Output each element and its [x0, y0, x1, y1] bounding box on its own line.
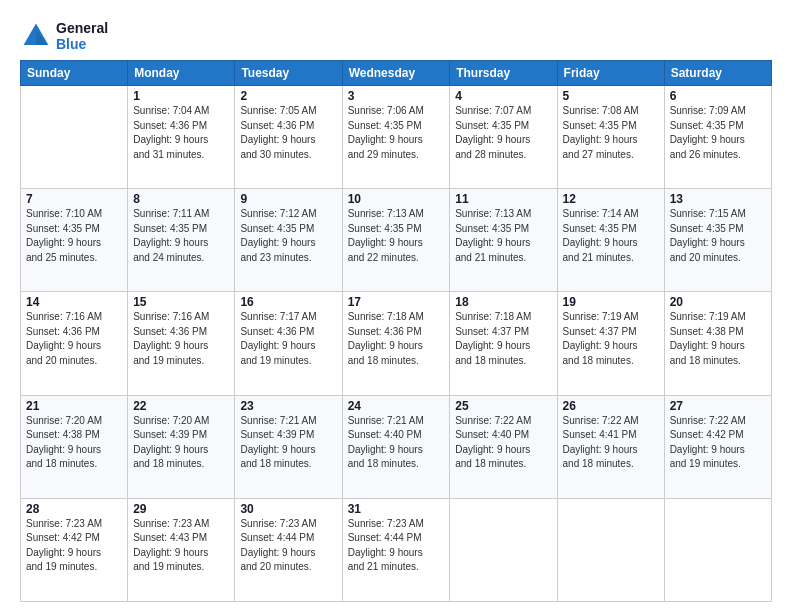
- calendar-cell: 18Sunrise: 7:18 AM Sunset: 4:37 PM Dayli…: [450, 292, 557, 395]
- day-info: Sunrise: 7:23 AM Sunset: 4:42 PM Dayligh…: [26, 517, 122, 575]
- logo-icon: [20, 20, 52, 52]
- day-number: 22: [133, 399, 229, 413]
- page: General Blue SundayMondayTuesdayWednesda…: [0, 0, 792, 612]
- calendar-cell: 7Sunrise: 7:10 AM Sunset: 4:35 PM Daylig…: [21, 189, 128, 292]
- day-info: Sunrise: 7:19 AM Sunset: 4:37 PM Dayligh…: [563, 310, 659, 368]
- day-info: Sunrise: 7:07 AM Sunset: 4:35 PM Dayligh…: [455, 104, 551, 162]
- day-number: 13: [670, 192, 766, 206]
- weekday-label: Tuesday: [235, 61, 342, 86]
- calendar-cell: 12Sunrise: 7:14 AM Sunset: 4:35 PM Dayli…: [557, 189, 664, 292]
- day-info: Sunrise: 7:14 AM Sunset: 4:35 PM Dayligh…: [563, 207, 659, 265]
- day-info: Sunrise: 7:20 AM Sunset: 4:38 PM Dayligh…: [26, 414, 122, 472]
- calendar-cell: 19Sunrise: 7:19 AM Sunset: 4:37 PM Dayli…: [557, 292, 664, 395]
- calendar-cell: [664, 498, 771, 601]
- calendar-cell: 24Sunrise: 7:21 AM Sunset: 4:40 PM Dayli…: [342, 395, 450, 498]
- day-info: Sunrise: 7:12 AM Sunset: 4:35 PM Dayligh…: [240, 207, 336, 265]
- day-info: Sunrise: 7:09 AM Sunset: 4:35 PM Dayligh…: [670, 104, 766, 162]
- calendar-header: SundayMondayTuesdayWednesdayThursdayFrid…: [21, 61, 772, 86]
- day-info: Sunrise: 7:16 AM Sunset: 4:36 PM Dayligh…: [26, 310, 122, 368]
- day-info: Sunrise: 7:22 AM Sunset: 4:42 PM Dayligh…: [670, 414, 766, 472]
- day-info: Sunrise: 7:05 AM Sunset: 4:36 PM Dayligh…: [240, 104, 336, 162]
- day-number: 19: [563, 295, 659, 309]
- calendar-cell: 11Sunrise: 7:13 AM Sunset: 4:35 PM Dayli…: [450, 189, 557, 292]
- day-number: 15: [133, 295, 229, 309]
- day-info: Sunrise: 7:19 AM Sunset: 4:38 PM Dayligh…: [670, 310, 766, 368]
- day-number: 21: [26, 399, 122, 413]
- weekday-label: Sunday: [21, 61, 128, 86]
- day-info: Sunrise: 7:20 AM Sunset: 4:39 PM Dayligh…: [133, 414, 229, 472]
- logo: General Blue: [20, 20, 108, 52]
- day-number: 17: [348, 295, 445, 309]
- day-number: 16: [240, 295, 336, 309]
- calendar-cell: [450, 498, 557, 601]
- calendar-cell: 17Sunrise: 7:18 AM Sunset: 4:36 PM Dayli…: [342, 292, 450, 395]
- calendar-cell: 29Sunrise: 7:23 AM Sunset: 4:43 PM Dayli…: [128, 498, 235, 601]
- day-number: 26: [563, 399, 659, 413]
- calendar-cell: 16Sunrise: 7:17 AM Sunset: 4:36 PM Dayli…: [235, 292, 342, 395]
- calendar-cell: 4Sunrise: 7:07 AM Sunset: 4:35 PM Daylig…: [450, 86, 557, 189]
- day-info: Sunrise: 7:16 AM Sunset: 4:36 PM Dayligh…: [133, 310, 229, 368]
- day-number: 6: [670, 89, 766, 103]
- day-info: Sunrise: 7:11 AM Sunset: 4:35 PM Dayligh…: [133, 207, 229, 265]
- day-number: 24: [348, 399, 445, 413]
- weekday-label: Thursday: [450, 61, 557, 86]
- day-number: 25: [455, 399, 551, 413]
- calendar-cell: 23Sunrise: 7:21 AM Sunset: 4:39 PM Dayli…: [235, 395, 342, 498]
- day-number: 18: [455, 295, 551, 309]
- day-info: Sunrise: 7:23 AM Sunset: 4:44 PM Dayligh…: [240, 517, 336, 575]
- day-number: 9: [240, 192, 336, 206]
- calendar-cell: 31Sunrise: 7:23 AM Sunset: 4:44 PM Dayli…: [342, 498, 450, 601]
- day-info: Sunrise: 7:23 AM Sunset: 4:43 PM Dayligh…: [133, 517, 229, 575]
- day-info: Sunrise: 7:04 AM Sunset: 4:36 PM Dayligh…: [133, 104, 229, 162]
- day-info: Sunrise: 7:17 AM Sunset: 4:36 PM Dayligh…: [240, 310, 336, 368]
- calendar-cell: 6Sunrise: 7:09 AM Sunset: 4:35 PM Daylig…: [664, 86, 771, 189]
- day-number: 23: [240, 399, 336, 413]
- calendar-cell: [21, 86, 128, 189]
- day-number: 10: [348, 192, 445, 206]
- day-number: 20: [670, 295, 766, 309]
- weekday-label: Monday: [128, 61, 235, 86]
- day-number: 14: [26, 295, 122, 309]
- calendar-cell: 20Sunrise: 7:19 AM Sunset: 4:38 PM Dayli…: [664, 292, 771, 395]
- calendar-body: 1Sunrise: 7:04 AM Sunset: 4:36 PM Daylig…: [21, 86, 772, 602]
- calendar-cell: 25Sunrise: 7:22 AM Sunset: 4:40 PM Dayli…: [450, 395, 557, 498]
- calendar-cell: 3Sunrise: 7:06 AM Sunset: 4:35 PM Daylig…: [342, 86, 450, 189]
- weekday-label: Saturday: [664, 61, 771, 86]
- day-number: 7: [26, 192, 122, 206]
- calendar-cell: 10Sunrise: 7:13 AM Sunset: 4:35 PM Dayli…: [342, 189, 450, 292]
- day-info: Sunrise: 7:18 AM Sunset: 4:36 PM Dayligh…: [348, 310, 445, 368]
- calendar-week-row: 7Sunrise: 7:10 AM Sunset: 4:35 PM Daylig…: [21, 189, 772, 292]
- calendar-week-row: 1Sunrise: 7:04 AM Sunset: 4:36 PM Daylig…: [21, 86, 772, 189]
- day-number: 12: [563, 192, 659, 206]
- day-info: Sunrise: 7:13 AM Sunset: 4:35 PM Dayligh…: [455, 207, 551, 265]
- day-number: 28: [26, 502, 122, 516]
- calendar-cell: 21Sunrise: 7:20 AM Sunset: 4:38 PM Dayli…: [21, 395, 128, 498]
- day-info: Sunrise: 7:06 AM Sunset: 4:35 PM Dayligh…: [348, 104, 445, 162]
- weekday-label: Wednesday: [342, 61, 450, 86]
- calendar-week-row: 28Sunrise: 7:23 AM Sunset: 4:42 PM Dayli…: [21, 498, 772, 601]
- svg-marker-1: [36, 29, 47, 45]
- calendar-cell: 26Sunrise: 7:22 AM Sunset: 4:41 PM Dayli…: [557, 395, 664, 498]
- calendar-cell: 14Sunrise: 7:16 AM Sunset: 4:36 PM Dayli…: [21, 292, 128, 395]
- day-number: 5: [563, 89, 659, 103]
- day-number: 31: [348, 502, 445, 516]
- calendar-cell: 5Sunrise: 7:08 AM Sunset: 4:35 PM Daylig…: [557, 86, 664, 189]
- day-info: Sunrise: 7:18 AM Sunset: 4:37 PM Dayligh…: [455, 310, 551, 368]
- header: General Blue: [20, 16, 772, 52]
- day-info: Sunrise: 7:22 AM Sunset: 4:40 PM Dayligh…: [455, 414, 551, 472]
- day-info: Sunrise: 7:13 AM Sunset: 4:35 PM Dayligh…: [348, 207, 445, 265]
- day-number: 29: [133, 502, 229, 516]
- calendar-table: SundayMondayTuesdayWednesdayThursdayFrid…: [20, 60, 772, 602]
- day-info: Sunrise: 7:21 AM Sunset: 4:40 PM Dayligh…: [348, 414, 445, 472]
- day-number: 3: [348, 89, 445, 103]
- calendar-cell: 27Sunrise: 7:22 AM Sunset: 4:42 PM Dayli…: [664, 395, 771, 498]
- logo-text: General Blue: [56, 20, 108, 52]
- calendar-cell: 1Sunrise: 7:04 AM Sunset: 4:36 PM Daylig…: [128, 86, 235, 189]
- weekday-header-row: SundayMondayTuesdayWednesdayThursdayFrid…: [21, 61, 772, 86]
- day-number: 4: [455, 89, 551, 103]
- day-info: Sunrise: 7:15 AM Sunset: 4:35 PM Dayligh…: [670, 207, 766, 265]
- day-number: 11: [455, 192, 551, 206]
- day-number: 2: [240, 89, 336, 103]
- day-info: Sunrise: 7:23 AM Sunset: 4:44 PM Dayligh…: [348, 517, 445, 575]
- calendar-week-row: 14Sunrise: 7:16 AM Sunset: 4:36 PM Dayli…: [21, 292, 772, 395]
